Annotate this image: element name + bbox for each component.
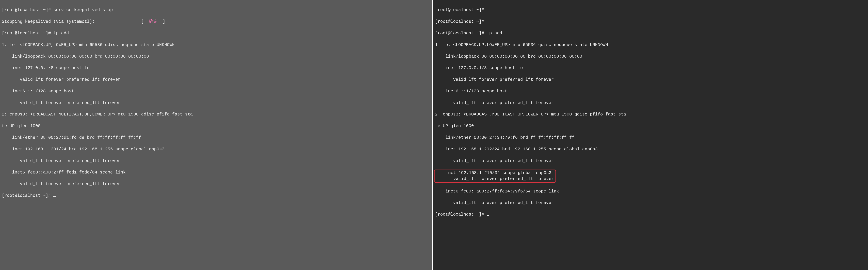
vip-highlight-line: inet 192.168.1.210/32 scope global enp0s…: [435, 170, 866, 182]
output-line: Stopping keepalived (via systemctl): [ 确…: [2, 19, 430, 25]
prompt-line: [root@localhost ~]#: [435, 212, 866, 217]
terminal-right[interactable]: [root@localhost ~]# [root@localhost ~]# …: [433, 0, 868, 270]
stopping-text: Stopping keepalived (via systemctl):: [2, 19, 95, 24]
inet-line: inet 127.0.0.1/8 scope host lo: [435, 65, 866, 71]
link-line: link/ether 08:00:27:d1:fc:de brd ff:ff:f…: [2, 135, 430, 140]
prompt-line: [root@localhost ~]# ip add: [435, 30, 866, 36]
prompt-line: [root@localhost ~]#: [2, 193, 430, 199]
valid-line: valid_lft forever preferred_lft forever: [2, 181, 430, 187]
valid-line: valid_lft forever preferred_lft forever: [2, 158, 430, 164]
interface-header: 1: lo: <LOOPBACK,UP,LOWER_UP> mtu 65536 …: [435, 42, 866, 48]
shell-prompt: [root@localhost ~]#: [2, 31, 53, 36]
inet-line: inet 127.0.0.1/8 scope host lo: [2, 65, 430, 71]
command-text: ip add: [53, 31, 69, 36]
shell-prompt: [root@localhost ~]#: [435, 212, 487, 217]
valid-line: valid_lft forever preferred_lft forever: [435, 200, 866, 206]
vip-highlight-box: inet 192.168.1.210/32 scope global enp0s…: [434, 170, 556, 182]
vip-inet-line: inet 192.168.1.210/32 scope global enp0s…: [435, 170, 551, 175]
valid-line: valid_lft forever preferred_lft forever: [435, 100, 866, 106]
inet6-line: inet6 fe80::a00:27ff:fe34:79f6/64 scope …: [435, 189, 866, 194]
valid-line: valid_lft forever preferred_lft forever: [435, 158, 866, 164]
status-bracket: [ 确定 ]: [141, 19, 165, 25]
valid-line: valid_lft forever preferred_lft forever: [2, 77, 430, 82]
interface-header: 1: lo: <LOOPBACK,UP,LOWER_UP> mtu 65536 …: [2, 42, 430, 48]
link-line: link/ether 08:00:27:34:79:f6 brd ff:ff:f…: [435, 135, 866, 140]
cursor-icon: [487, 215, 489, 216]
prompt-line: [root@localhost ~]#: [435, 7, 866, 13]
command-text: ip add: [487, 31, 502, 36]
prompt-line: [root@localhost ~]# ip add: [2, 30, 430, 36]
inet6-line: inet6 ::1/128 scope host: [2, 89, 430, 94]
valid-line: valid_lft forever preferred_lft forever: [2, 100, 430, 106]
interface-header-cont: te UP qlen 1000: [2, 123, 430, 129]
inet-line: inet 192.168.1.202/24 brd 192.168.1.255 …: [435, 146, 866, 152]
inet6-line: inet6 fe80::a00:27ff:fed1:fcde/64 scope …: [2, 170, 430, 175]
shell-prompt: [root@localhost ~]#: [2, 7, 53, 12]
interface-header-cont: te UP qlen 1000: [435, 123, 866, 129]
interface-header: 2: enp0s3: <BROADCAST,MULTICAST,UP,LOWER…: [2, 111, 430, 117]
shell-prompt: [root@localhost ~]#: [435, 31, 487, 36]
link-line: link/loopback 00:00:00:00:00:00 brd 00:0…: [2, 54, 430, 60]
ok-status: 确定: [149, 19, 157, 24]
inet-line: inet 192.168.1.201/24 brd 192.168.1.255 …: [2, 146, 430, 152]
command-text: service keepalived stop: [53, 7, 113, 12]
vip-valid-line: valid_lft forever preferred_lft forever: [435, 176, 554, 181]
prompt-line: [root@localhost ~]#: [435, 19, 866, 25]
cursor-icon: [53, 196, 56, 197]
link-line: link/loopback 00:00:00:00:00:00 brd 00:0…: [435, 54, 866, 60]
interface-header: 2: enp0s3: <BROADCAST,MULTICAST,UP,LOWER…: [435, 111, 866, 117]
shell-prompt: [root@localhost ~]#: [2, 193, 53, 198]
inet6-line: inet6 ::1/128 scope host: [435, 89, 866, 94]
prompt-line: [root@localhost ~]# service keepalived s…: [2, 7, 430, 13]
valid-line: valid_lft forever preferred_lft forever: [435, 77, 866, 82]
terminal-left[interactable]: [root@localhost ~]# service keepalived s…: [0, 0, 433, 270]
